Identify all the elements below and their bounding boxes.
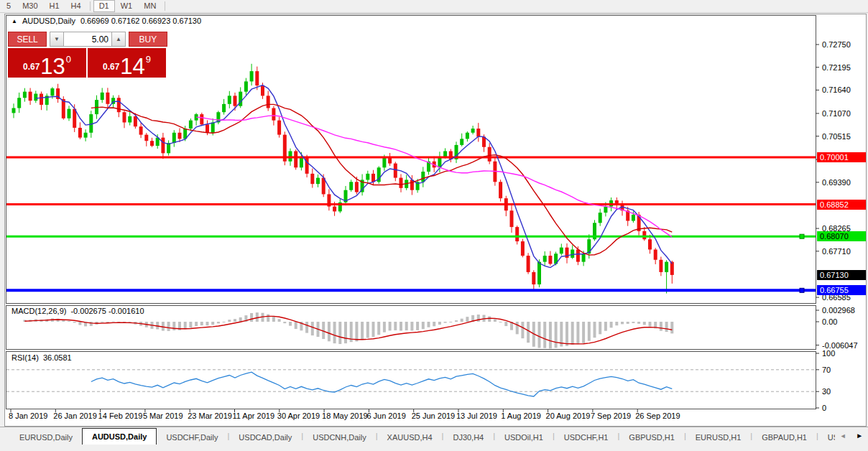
axis-tick-label: 0.71640	[822, 85, 851, 95]
timeframe-button-mn[interactable]: MN	[138, 0, 162, 12]
chart-window: 8 Jan 201926 Jan 201914 Feb 20195 Mar 20…	[4, 14, 867, 427]
axis-tick-label: 0.002968	[822, 305, 855, 315]
date-tick-label: 18 May 2019	[322, 412, 368, 420]
axis-tick-label: 0.67710	[822, 246, 851, 256]
tab-gbpaud-h1[interactable]: GBPAUD,H1	[752, 431, 816, 445]
volume-decrease-button[interactable]: ▼	[50, 32, 64, 47]
date-tick-label: 8 Jan 2019	[9, 412, 47, 420]
hline-handle-blue	[800, 288, 804, 292]
tab-xauusd-h4[interactable]: XAUUSD,H4	[378, 431, 442, 445]
tab-usdchf-h1[interactable]: USDCHF,H1	[555, 431, 618, 445]
rsi-name: RSI(14)	[11, 353, 39, 362]
tab-eurusd-h1[interactable]: EURUSD,H1	[686, 431, 751, 445]
price-level-label: 0.70001	[817, 152, 866, 162]
date-tick-label: 26 Sep 2019	[635, 412, 680, 420]
tab-scroll-left-icon[interactable]: ◄	[840, 432, 846, 440]
date-tick-label: 7 Sep 2019	[591, 412, 631, 420]
axis-tick-label: 70	[822, 365, 831, 375]
axis-tick-label: 0.70515	[822, 131, 851, 141]
tab-usdoil-h1[interactable]: USDOil,H1	[495, 431, 553, 445]
rsi-indicator-label: RSI(14) 36.0581	[11, 353, 72, 362]
chart-title: ▲ AUDUSD,Daily 0.66969 0.67162 0.66923 0…	[11, 17, 201, 25]
toolbar-separator	[165, 1, 165, 11]
collapse-icon[interactable]: ▲	[11, 18, 17, 24]
timeframe-button-w1[interactable]: W1	[115, 0, 139, 12]
volume-input[interactable]	[64, 32, 111, 47]
axis-tick-label: 0.69390	[822, 177, 851, 187]
date-tick-label: 11 Apr 2019	[233, 412, 275, 420]
axis-tick-label: 30	[822, 386, 831, 396]
axis-tick-label: 0.72750	[822, 39, 851, 50]
tab-usdcad-daily[interactable]: USDCAD,Daily	[229, 431, 301, 445]
date-tick-label: 20 Aug 2019	[546, 412, 591, 420]
hline-handle-green	[800, 234, 804, 238]
rsi-panel-frame	[6, 352, 816, 409]
axis-tick-label: 100	[822, 348, 835, 358]
axis-tick-label: 0.72195	[822, 62, 851, 73]
date-tick-label: 25 Jun 2019	[412, 412, 456, 420]
trading-app: 5M30H1H4D1W1MN 8 Jan 201926 Jan 201914 F…	[0, 0, 868, 451]
tab-usdchf-daily[interactable]: USDCHF,Daily	[157, 431, 227, 445]
price-level-label: 0.68852	[817, 200, 866, 210]
date-tick-label: 30 Apr 2019	[277, 412, 320, 420]
buy-button[interactable]: BUY	[129, 32, 167, 47]
sell-button[interactable]: SELL	[8, 32, 47, 47]
macd-indicator-label: MACD(12,26,9) -0.002675 -0.001610	[11, 307, 144, 315]
date-tick-label: 5 Mar 2019	[143, 412, 183, 420]
macd-name: MACD(12,26,9)	[11, 307, 66, 315]
date-tick-label: 6 Jun 2019	[366, 412, 405, 420]
tab-audusd-daily[interactable]: AUDUSD,Daily	[82, 428, 157, 445]
symbol-tab-bar: EURUSD,DailyAUDUSD,DailyUSDCHF,Daily|USD…	[0, 427, 868, 445]
buy-price-box[interactable]: 0.67 14 9	[88, 48, 166, 78]
chart-ohlc-values: 0.66969 0.67162 0.66923 0.67130	[80, 17, 201, 25]
date-tick-label: 13 Jul 2019	[456, 412, 497, 420]
price-level-label: 0.68070	[817, 231, 866, 241]
timeframe-button-5[interactable]: 5	[1, 0, 17, 12]
timeframe-button-m30[interactable]: M30	[17, 0, 43, 12]
date-tick-label: 14 Feb 2019	[98, 412, 143, 420]
sell-price-sup: 0	[66, 54, 71, 65]
timeframe-toolbar: 5M30H1H4D1W1MN	[0, 0, 868, 13]
timeframe-button-h1[interactable]: H1	[44, 0, 65, 12]
sell-price-big: 13	[40, 57, 65, 76]
buy-price-big: 14	[120, 57, 144, 76]
tab-eurusd-daily[interactable]: EURUSD,Daily	[10, 431, 82, 445]
macd-values: -0.002675 -0.001610	[70, 307, 144, 315]
tab-usdcnh-daily[interactable]: USDCNH,Daily	[303, 431, 376, 445]
chart-symbol-label: AUDUSD,Daily	[22, 17, 75, 25]
sell-price-box[interactable]: 0.67 13 0	[8, 48, 86, 78]
buy-price-sup: 9	[146, 54, 151, 65]
one-click-trade-panel: SELL ▼ ▲ BUY 0.67 13 0 0.67 14 9	[8, 32, 167, 78]
price-level-label: 0.67130	[817, 270, 866, 280]
price-level-label: 0.66755	[817, 285, 866, 295]
sell-price-small: 0.67	[23, 62, 40, 72]
tab-gbpusd-h1[interactable]: GBPUSD,H1	[619, 431, 684, 445]
tab-scroll-right-icon[interactable]: ►	[856, 432, 863, 440]
axis-tick-label: 0.00	[822, 317, 837, 327]
rsi-value: 36.0581	[43, 353, 72, 362]
toolbar-separator	[90, 1, 91, 11]
axis-tick-label: 0	[822, 403, 826, 413]
timeframe-button-h4[interactable]: H4	[65, 0, 87, 12]
date-tick-label: 26 Jan 2019	[53, 412, 97, 420]
date-tick-label: 23 Mar 2019	[188, 412, 232, 420]
date-tick-label: 1 Aug 2019	[501, 412, 541, 420]
timeframe-button-d1[interactable]: D1	[93, 0, 115, 12]
tab-scroll-arrows: ◄ ►	[835, 427, 868, 444]
tab-dj30-h4[interactable]: DJ30,H4	[443, 431, 493, 445]
volume-increase-button[interactable]: ▲	[111, 32, 126, 47]
axis-tick-label: 0.71070	[822, 108, 851, 118]
buy-price-small: 0.67	[103, 62, 119, 72]
